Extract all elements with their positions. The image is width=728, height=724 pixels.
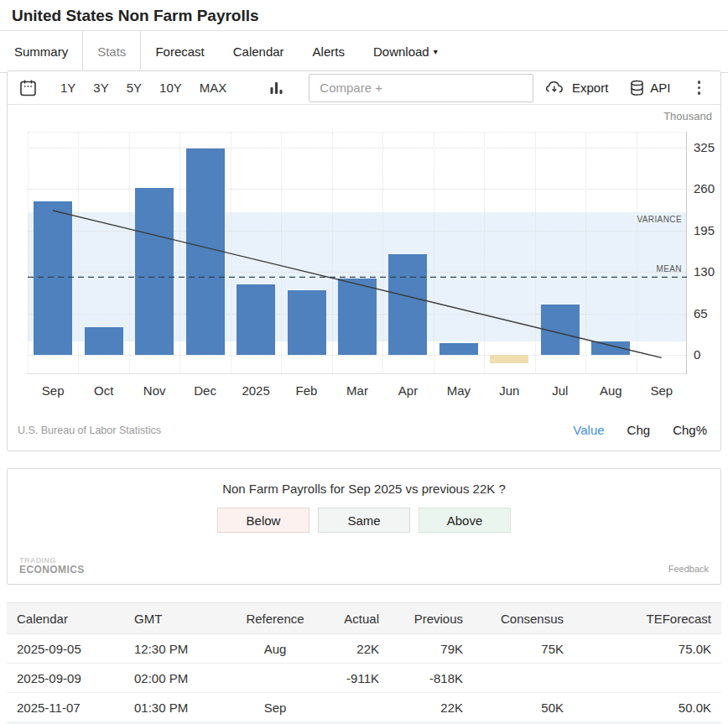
column-header-previous: Previous: [389, 603, 473, 634]
calendar-table: CalendarGMTReferenceActualPreviousConsen…: [7, 602, 721, 722]
cell-consensus: [473, 664, 574, 693]
tab-stats[interactable]: Stats: [82, 31, 141, 73]
table-row[interactable]: 2025-09-0902:00 PM-911K-818K: [7, 664, 721, 693]
column-header-consensus: Consensus: [473, 603, 574, 634]
mode-value[interactable]: Value: [573, 423, 604, 437]
range-buttons: 1Y3Y5Y10YMAX: [60, 81, 226, 95]
column-header-gmt: GMT: [124, 603, 229, 634]
chart-toolbar: 1Y3Y5Y10YMAX Export: [8, 71, 720, 105]
x-axis-label: 2025: [231, 383, 281, 398]
table-row[interactable]: 2025-11-0701:30 PMSep22K50K50.0K: [7, 693, 721, 722]
variance-label: VARIANCE: [637, 215, 682, 224]
cell-consensus: 75K: [473, 634, 574, 664]
y-axis-tick: 195: [694, 223, 715, 237]
cell-actual: [321, 693, 389, 722]
y-axis-tick: 65: [694, 306, 708, 320]
x-axis-label: Nov: [129, 383, 179, 398]
chart-unit-label: Thousand: [663, 110, 712, 122]
tab-summary[interactable]: Summary: [0, 31, 82, 72]
trading-economics-logo: TRADING ECONOMICS: [19, 557, 85, 576]
tab-download[interactable]: Download▾: [359, 31, 452, 72]
tab-forecast[interactable]: Forecast: [141, 31, 218, 72]
database-icon: [630, 80, 644, 96]
bar-chart-icon[interactable]: [270, 81, 283, 96]
poll-panel: Non Farm Payrolls for Sep 2025 vs previo…: [7, 468, 721, 585]
cell-reference: [229, 664, 321, 693]
page-title: United States Non Farm Payrolls: [0, 0, 728, 31]
x-axis-label: Aug: [585, 383, 636, 398]
cell-reference: Sep: [229, 693, 321, 722]
cell-previous: 79K: [389, 634, 473, 664]
mean-label: MEAN: [657, 264, 683, 273]
api-label: API: [650, 81, 670, 95]
y-axis-tick: 325: [694, 140, 715, 154]
tab-bar: SummaryStatsForecastCalendarAlertsDownlo…: [0, 31, 728, 73]
export-button[interactable]: Export: [545, 81, 608, 96]
mode-chgpct[interactable]: Chg%: [673, 423, 707, 437]
chart-panel: 1Y3Y5Y10YMAX Export: [7, 70, 721, 451]
chart-region: Thousand VARIANCEMEAN 065130195260325Sep…: [8, 105, 720, 407]
cell-gmt: 02:00 PM: [124, 664, 229, 693]
cell-actual: -911K: [321, 664, 389, 693]
chart-plot-area: VARIANCEMEAN: [28, 132, 687, 374]
cloud-download-icon: [545, 81, 566, 96]
x-axis-label: Mar: [332, 383, 382, 398]
cell-gmt: 12:30 PM: [124, 634, 229, 664]
chart-footer: U.S. Bureau of Labor Statistics ValueChg…: [18, 423, 707, 437]
x-axis-label: Sep: [637, 383, 687, 398]
cell-previous: 22K: [389, 693, 473, 722]
mode-chg[interactable]: Chg: [627, 423, 651, 437]
range-1y[interactable]: 1Y: [60, 81, 75, 95]
poll-options: BelowSameAbove: [8, 508, 720, 533]
cell-teforecast: 75.0K: [574, 634, 721, 664]
column-header-actual: Actual: [321, 603, 389, 634]
cell-teforecast: 50.0K: [574, 693, 721, 722]
tab-calendar[interactable]: Calendar: [219, 31, 299, 72]
cell-teforecast: [574, 664, 721, 693]
chevron-down-icon: ▾: [434, 47, 438, 56]
data-source-label: U.S. Bureau of Labor Statistics: [18, 425, 161, 436]
feedback-link[interactable]: Feedback: [668, 564, 709, 574]
x-axis-label: Feb: [282, 383, 332, 398]
column-header-teforecast: TEForecast: [574, 603, 721, 634]
cell-gmt: 01:30 PM: [124, 693, 229, 722]
x-axis-label: Jun: [484, 383, 534, 398]
poll-below-button[interactable]: Below: [217, 508, 309, 533]
compare-input[interactable]: [309, 74, 533, 102]
export-label: Export: [572, 81, 608, 95]
column-header-calendar: Calendar: [7, 603, 124, 634]
table-header-row: CalendarGMTReferenceActualPreviousConsen…: [7, 603, 721, 634]
column-header-reference: Reference: [229, 603, 321, 634]
value-mode-switch: ValueChgChg%: [573, 423, 707, 437]
range-10y[interactable]: 10Y: [159, 81, 182, 95]
cell-reference: Aug: [229, 634, 321, 664]
poll-same-button[interactable]: Same: [318, 508, 410, 533]
x-axis-label: Oct: [79, 383, 129, 398]
cell-actual: 22K: [321, 634, 389, 664]
cell-calendar: 2025-09-09: [7, 664, 124, 693]
cell-calendar: 2025-11-07: [7, 693, 124, 722]
range-max[interactable]: MAX: [200, 81, 227, 95]
poll-above-button[interactable]: Above: [419, 508, 511, 533]
range-5y[interactable]: 5Y: [127, 81, 142, 95]
cell-previous: -818K: [389, 664, 473, 693]
x-axis-label: Jul: [535, 383, 585, 398]
y-axis-tick: 0: [694, 347, 700, 362]
cell-consensus: 50K: [473, 693, 574, 722]
x-axis-label: Dec: [180, 383, 231, 398]
x-axis-label: Sep: [28, 383, 78, 398]
y-axis-tick: 130: [694, 264, 715, 279]
api-button[interactable]: API: [630, 80, 670, 96]
x-axis-label: May: [434, 383, 484, 398]
calendar-icon[interactable]: [19, 79, 37, 97]
table-row[interactable]: 2025-09-0512:30 PMAug22K79K75K75.0K: [7, 634, 721, 664]
mean-and-trend-lines: [28, 133, 687, 375]
y-axis-tick: 260: [694, 181, 715, 195]
kebab-menu-icon[interactable]: [693, 79, 706, 96]
range-3y[interactable]: 3Y: [93, 81, 108, 95]
poll-question: Non Farm Payrolls for Sep 2025 vs previo…: [8, 482, 720, 496]
tab-alerts[interactable]: Alerts: [299, 31, 359, 72]
cell-calendar: 2025-09-05: [7, 634, 124, 664]
x-axis-label: Apr: [382, 383, 433, 398]
